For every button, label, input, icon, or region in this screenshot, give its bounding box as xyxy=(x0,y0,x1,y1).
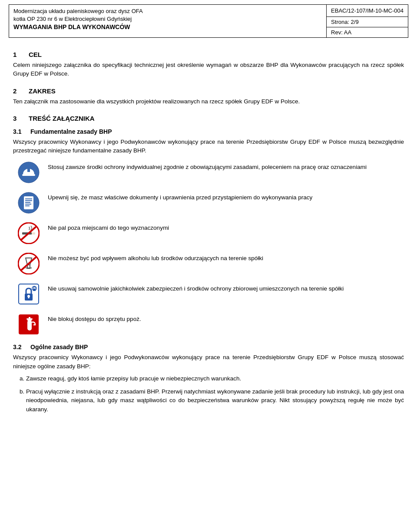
section-32-para: Wszyscy pracownicy Wykonawcy i jego Podw… xyxy=(13,353,404,371)
svg-rect-1 xyxy=(22,174,35,176)
svg-rect-25 xyxy=(27,320,32,330)
page-number: Strona: 2/9 xyxy=(327,17,408,27)
svg-rect-8 xyxy=(25,204,31,205)
list-item: Nie usuwaj samowolnie jakichkolwiek zabe… xyxy=(17,283,404,305)
icon-text-nosmoking: Nie pal poza miejscami do tego wyznaczon… xyxy=(48,222,404,232)
section-31-title: Fundamentalne zasady BHP xyxy=(30,128,112,135)
svg-rect-9 xyxy=(25,205,30,206)
no-alcohol-icon xyxy=(17,252,40,275)
section-1-title: CEL xyxy=(29,51,42,58)
list-item: Nie blokuj dostępu do sprzętu ppoż. xyxy=(17,313,404,336)
document-header: Modernizacja układu paleniskowego oraz d… xyxy=(9,4,408,38)
section-32-title: Ogólne zasady BHP xyxy=(30,344,88,350)
section-31-para: Wszyscy pracownicy Wykonawcy i jego Podw… xyxy=(13,138,404,155)
icon-text-document: Upewnij się, że masz właściwe dokumenty … xyxy=(48,192,404,202)
icon-text-noalcohol: Nie możesz być pod wpływem alkoholu lub … xyxy=(48,252,404,263)
document-icon xyxy=(17,192,40,214)
section-1-num: 1 xyxy=(13,51,22,58)
svg-rect-28 xyxy=(26,318,33,320)
list-item: Pracuj wyłącznie z instrukcją oraz z zas… xyxy=(26,387,404,414)
section-32-num: 3.2 xyxy=(13,344,25,350)
svg-rect-12 xyxy=(32,232,35,235)
main-content: 1 CEL Celem niniejszego załącznika do sp… xyxy=(9,38,408,423)
section-2-heading: 2 ZAKRES xyxy=(13,87,404,95)
list-item: Zawsze reaguj, gdy ktoś łamie przepisy l… xyxy=(26,374,404,383)
document-id: EBAC/12-107/IM-10-MC-004 xyxy=(327,5,408,17)
revision-label: Rev: AA xyxy=(327,27,408,37)
section-2-num: 2 xyxy=(13,87,22,95)
header-line1: Modernizacja układu paleniskowego oraz d… xyxy=(13,7,322,15)
list-item: Upewnij się, że masz właściwe dokumenty … xyxy=(17,192,404,214)
list-item: Nie możesz być pod wpływem alkoholu lub … xyxy=(17,252,404,275)
section-3-title: TREŚĆ ZAŁĄCZNIKA xyxy=(29,115,95,122)
svg-rect-2 xyxy=(27,169,30,172)
alpha-list: Zawsze reaguj, gdy ktoś łamie przepisy l… xyxy=(26,374,404,414)
header-line3: WYMAGANIA BHP DLA WYKONAWCÓW xyxy=(13,23,322,32)
header-meta-block: EBAC/12-107/IM-10-MC-004 Strona: 2/9 Rev… xyxy=(327,5,408,37)
section-2-para: Ten załącznik ma zastosowanie dla wszyst… xyxy=(13,97,404,106)
no-smoking-icon xyxy=(17,222,40,245)
section-32-heading: 3.2 Ogólne zasady BHP xyxy=(13,344,404,350)
svg-rect-5 xyxy=(25,198,32,199)
section-1-heading: 1 CEL xyxy=(13,51,404,58)
section-3-num: 3 xyxy=(13,115,22,122)
section-1-para: Celem niniejszego załącznika do specyfik… xyxy=(13,61,404,79)
list-item: Nie pal poza miejscami do tego wyznaczon… xyxy=(17,222,404,245)
lock-safety-icon xyxy=(17,283,40,305)
svg-rect-21 xyxy=(28,296,30,298)
section-3-heading: 3 TREŚĆ ZAŁĄCZNIKA xyxy=(13,115,404,122)
section-31-heading: 3.1 Fundamentalne zasady BHP xyxy=(13,128,404,135)
svg-rect-6 xyxy=(25,200,32,201)
icon-text-lock: Nie usuwaj samowolnie jakichkolwiek zabe… xyxy=(48,283,404,293)
fire-extinguisher-icon xyxy=(17,313,40,336)
header-title-block: Modernizacja układu paleniskowego oraz d… xyxy=(9,5,327,37)
header-line2: kotła OP 230 nr 6 w Elektrociepłowni Gdy… xyxy=(13,15,322,23)
icon-list: Stosuj zawsze środki ochrony indywidualn… xyxy=(17,161,404,336)
svg-rect-23 xyxy=(33,289,36,291)
icon-text-helmet: Stosuj zawsze środki ochrony indywidualn… xyxy=(48,161,404,172)
list-item: Stosuj zawsze środki ochrony indywidualn… xyxy=(17,161,404,184)
svg-rect-7 xyxy=(25,202,30,203)
icon-text-fire: Nie blokuj dostępu do sprzętu ppoż. xyxy=(48,313,404,324)
helmet-icon xyxy=(17,161,40,184)
section-31-num: 3.1 xyxy=(13,128,25,135)
section-2-title: ZAKRES xyxy=(29,87,56,95)
